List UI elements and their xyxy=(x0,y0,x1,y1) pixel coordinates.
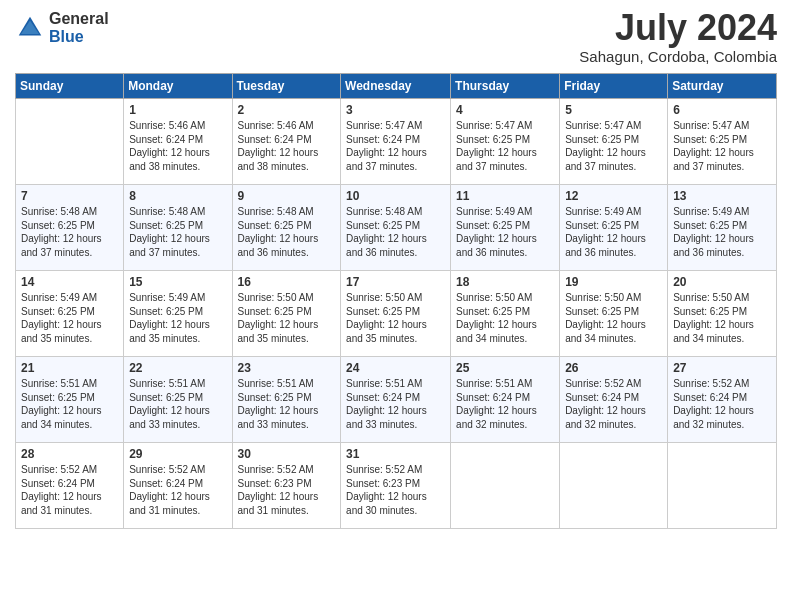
day-number: 8 xyxy=(129,189,226,203)
day-number: 31 xyxy=(346,447,445,461)
day-number: 25 xyxy=(456,361,554,375)
day-cell: 24Sunrise: 5:51 AM Sunset: 6:24 PM Dayli… xyxy=(341,357,451,443)
day-cell: 1Sunrise: 5:46 AM Sunset: 6:24 PM Daylig… xyxy=(124,99,232,185)
day-number: 2 xyxy=(238,103,336,117)
day-number: 20 xyxy=(673,275,771,289)
header: General Blue July 2024 Sahagun, Cordoba,… xyxy=(15,10,777,65)
day-number: 28 xyxy=(21,447,118,461)
day-cell: 23Sunrise: 5:51 AM Sunset: 6:25 PM Dayli… xyxy=(232,357,341,443)
day-cell: 5Sunrise: 5:47 AM Sunset: 6:25 PM Daylig… xyxy=(560,99,668,185)
logo-icon xyxy=(15,13,45,43)
day-info: Sunrise: 5:48 AM Sunset: 6:25 PM Dayligh… xyxy=(129,205,226,259)
week-row-5: 28Sunrise: 5:52 AM Sunset: 6:24 PM Dayli… xyxy=(16,443,777,529)
day-cell: 30Sunrise: 5:52 AM Sunset: 6:23 PM Dayli… xyxy=(232,443,341,529)
day-cell: 8Sunrise: 5:48 AM Sunset: 6:25 PM Daylig… xyxy=(124,185,232,271)
day-cell: 9Sunrise: 5:48 AM Sunset: 6:25 PM Daylig… xyxy=(232,185,341,271)
day-number: 14 xyxy=(21,275,118,289)
day-info: Sunrise: 5:48 AM Sunset: 6:25 PM Dayligh… xyxy=(346,205,445,259)
col-header-tuesday: Tuesday xyxy=(232,74,341,99)
day-number: 24 xyxy=(346,361,445,375)
day-number: 4 xyxy=(456,103,554,117)
day-info: Sunrise: 5:51 AM Sunset: 6:24 PM Dayligh… xyxy=(346,377,445,431)
day-info: Sunrise: 5:49 AM Sunset: 6:25 PM Dayligh… xyxy=(456,205,554,259)
day-number: 1 xyxy=(129,103,226,117)
day-info: Sunrise: 5:48 AM Sunset: 6:25 PM Dayligh… xyxy=(238,205,336,259)
day-info: Sunrise: 5:50 AM Sunset: 6:25 PM Dayligh… xyxy=(346,291,445,345)
day-info: Sunrise: 5:51 AM Sunset: 6:24 PM Dayligh… xyxy=(456,377,554,431)
week-row-1: 1Sunrise: 5:46 AM Sunset: 6:24 PM Daylig… xyxy=(16,99,777,185)
day-info: Sunrise: 5:49 AM Sunset: 6:25 PM Dayligh… xyxy=(129,291,226,345)
day-info: Sunrise: 5:52 AM Sunset: 6:23 PM Dayligh… xyxy=(346,463,445,517)
day-number: 10 xyxy=(346,189,445,203)
day-number: 21 xyxy=(21,361,118,375)
day-cell: 25Sunrise: 5:51 AM Sunset: 6:24 PM Dayli… xyxy=(451,357,560,443)
day-number: 6 xyxy=(673,103,771,117)
day-cell: 28Sunrise: 5:52 AM Sunset: 6:24 PM Dayli… xyxy=(16,443,124,529)
day-cell: 11Sunrise: 5:49 AM Sunset: 6:25 PM Dayli… xyxy=(451,185,560,271)
day-info: Sunrise: 5:52 AM Sunset: 6:24 PM Dayligh… xyxy=(565,377,662,431)
day-number: 29 xyxy=(129,447,226,461)
day-cell: 16Sunrise: 5:50 AM Sunset: 6:25 PM Dayli… xyxy=(232,271,341,357)
day-info: Sunrise: 5:51 AM Sunset: 6:25 PM Dayligh… xyxy=(21,377,118,431)
day-info: Sunrise: 5:49 AM Sunset: 6:25 PM Dayligh… xyxy=(673,205,771,259)
day-number: 30 xyxy=(238,447,336,461)
day-cell: 12Sunrise: 5:49 AM Sunset: 6:25 PM Dayli… xyxy=(560,185,668,271)
day-number: 18 xyxy=(456,275,554,289)
col-header-thursday: Thursday xyxy=(451,74,560,99)
day-info: Sunrise: 5:46 AM Sunset: 6:24 PM Dayligh… xyxy=(238,119,336,173)
title-block: July 2024 Sahagun, Cordoba, Colombia xyxy=(579,10,777,65)
day-info: Sunrise: 5:52 AM Sunset: 6:24 PM Dayligh… xyxy=(21,463,118,517)
day-number: 23 xyxy=(238,361,336,375)
day-number: 27 xyxy=(673,361,771,375)
day-info: Sunrise: 5:52 AM Sunset: 6:24 PM Dayligh… xyxy=(673,377,771,431)
day-cell: 22Sunrise: 5:51 AM Sunset: 6:25 PM Dayli… xyxy=(124,357,232,443)
day-info: Sunrise: 5:50 AM Sunset: 6:25 PM Dayligh… xyxy=(238,291,336,345)
day-number: 5 xyxy=(565,103,662,117)
day-cell: 15Sunrise: 5:49 AM Sunset: 6:25 PM Dayli… xyxy=(124,271,232,357)
day-cell: 29Sunrise: 5:52 AM Sunset: 6:24 PM Dayli… xyxy=(124,443,232,529)
day-info: Sunrise: 5:49 AM Sunset: 6:25 PM Dayligh… xyxy=(565,205,662,259)
day-number: 22 xyxy=(129,361,226,375)
day-info: Sunrise: 5:50 AM Sunset: 6:25 PM Dayligh… xyxy=(565,291,662,345)
logo-general: General xyxy=(49,10,109,28)
day-cell: 26Sunrise: 5:52 AM Sunset: 6:24 PM Dayli… xyxy=(560,357,668,443)
week-row-2: 7Sunrise: 5:48 AM Sunset: 6:25 PM Daylig… xyxy=(16,185,777,271)
day-cell: 17Sunrise: 5:50 AM Sunset: 6:25 PM Dayli… xyxy=(341,271,451,357)
day-info: Sunrise: 5:49 AM Sunset: 6:25 PM Dayligh… xyxy=(21,291,118,345)
day-cell: 4Sunrise: 5:47 AM Sunset: 6:25 PM Daylig… xyxy=(451,99,560,185)
week-row-3: 14Sunrise: 5:49 AM Sunset: 6:25 PM Dayli… xyxy=(16,271,777,357)
location: Sahagun, Cordoba, Colombia xyxy=(579,48,777,65)
day-number: 15 xyxy=(129,275,226,289)
day-number: 11 xyxy=(456,189,554,203)
day-number: 12 xyxy=(565,189,662,203)
day-cell xyxy=(560,443,668,529)
day-info: Sunrise: 5:52 AM Sunset: 6:24 PM Dayligh… xyxy=(129,463,226,517)
day-number: 16 xyxy=(238,275,336,289)
col-header-saturday: Saturday xyxy=(668,74,777,99)
day-info: Sunrise: 5:46 AM Sunset: 6:24 PM Dayligh… xyxy=(129,119,226,173)
logo: General Blue xyxy=(15,10,109,45)
page: General Blue July 2024 Sahagun, Cordoba,… xyxy=(0,0,792,612)
day-number: 3 xyxy=(346,103,445,117)
week-row-4: 21Sunrise: 5:51 AM Sunset: 6:25 PM Dayli… xyxy=(16,357,777,443)
day-number: 13 xyxy=(673,189,771,203)
day-number: 7 xyxy=(21,189,118,203)
day-info: Sunrise: 5:51 AM Sunset: 6:25 PM Dayligh… xyxy=(238,377,336,431)
day-info: Sunrise: 5:50 AM Sunset: 6:25 PM Dayligh… xyxy=(673,291,771,345)
col-header-sunday: Sunday xyxy=(16,74,124,99)
day-info: Sunrise: 5:47 AM Sunset: 6:24 PM Dayligh… xyxy=(346,119,445,173)
day-cell: 14Sunrise: 5:49 AM Sunset: 6:25 PM Dayli… xyxy=(16,271,124,357)
day-cell: 27Sunrise: 5:52 AM Sunset: 6:24 PM Dayli… xyxy=(668,357,777,443)
day-info: Sunrise: 5:51 AM Sunset: 6:25 PM Dayligh… xyxy=(129,377,226,431)
day-info: Sunrise: 5:48 AM Sunset: 6:25 PM Dayligh… xyxy=(21,205,118,259)
day-info: Sunrise: 5:47 AM Sunset: 6:25 PM Dayligh… xyxy=(565,119,662,173)
logo-blue: Blue xyxy=(49,28,109,46)
logo-text: General Blue xyxy=(49,10,109,45)
day-cell: 21Sunrise: 5:51 AM Sunset: 6:25 PM Dayli… xyxy=(16,357,124,443)
day-info: Sunrise: 5:50 AM Sunset: 6:25 PM Dayligh… xyxy=(456,291,554,345)
day-info: Sunrise: 5:52 AM Sunset: 6:23 PM Dayligh… xyxy=(238,463,336,517)
day-cell: 2Sunrise: 5:46 AM Sunset: 6:24 PM Daylig… xyxy=(232,99,341,185)
day-number: 19 xyxy=(565,275,662,289)
day-cell xyxy=(16,99,124,185)
day-cell: 19Sunrise: 5:50 AM Sunset: 6:25 PM Dayli… xyxy=(560,271,668,357)
